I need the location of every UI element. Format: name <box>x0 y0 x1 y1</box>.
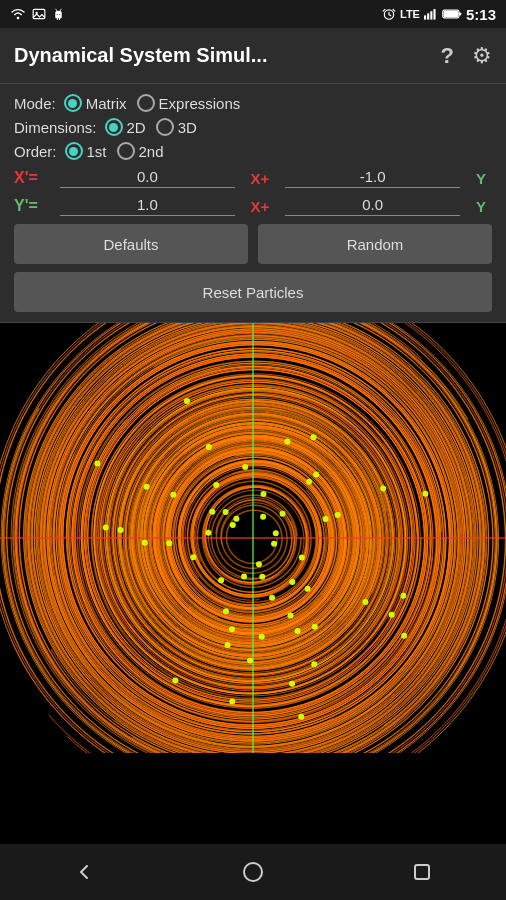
x-coeff1-underline <box>60 187 235 188</box>
signal-icon <box>424 7 438 21</box>
y-coeff2-wrapper[interactable]: 0.0 <box>275 196 470 216</box>
back-button[interactable] <box>54 852 114 892</box>
order-1st-radio[interactable] <box>65 142 83 160</box>
dimensions-2d-label: 2D <box>127 119 146 136</box>
svg-rect-12 <box>444 11 459 17</box>
app-title: Dynamical System Simul... <box>14 44 423 67</box>
order-1st-label: 1st <box>87 143 107 160</box>
simulation-canvas-area[interactable] <box>0 323 506 753</box>
x-varsign2: Y <box>476 170 486 187</box>
wifi-icon <box>10 7 26 21</box>
y-varsign2: Y <box>476 198 486 215</box>
help-button[interactable]: ? <box>441 43 454 69</box>
mode-matrix-radio[interactable] <box>64 94 82 112</box>
mode-expressions-radio[interactable] <box>137 94 155 112</box>
main-buttons: Defaults Random <box>14 224 492 264</box>
svg-rect-9 <box>433 9 435 20</box>
dimensions-3d-label: 3D <box>178 119 197 136</box>
y-coeff2-underline <box>285 215 460 216</box>
settings-button[interactable]: ⚙ <box>472 43 492 69</box>
status-time: 5:13 <box>466 6 496 23</box>
dimensions-2d-option[interactable]: 2D <box>105 118 146 136</box>
svg-point-13 <box>244 863 262 881</box>
recents-button[interactable] <box>392 852 452 892</box>
android-icon <box>52 7 65 21</box>
y-varsign1: X+ <box>251 198 270 215</box>
svg-point-4 <box>59 14 60 15</box>
order-1st-option[interactable]: 1st <box>65 142 107 160</box>
random-button[interactable]: Random <box>258 224 492 264</box>
mode-expressions-label: Expressions <box>159 95 241 112</box>
status-left-icons <box>10 7 65 21</box>
dimensions-row: Dimensions: 2D 3D <box>14 118 492 136</box>
x-coeff2-value: -1.0 <box>275 168 470 185</box>
x-input-group: 0.0 X+ -1.0 Y <box>50 168 492 188</box>
matrix-section: X'= 0.0 X+ -1.0 Y Y'= 1.0 <box>14 168 492 216</box>
app-bar: Dynamical System Simul... ? ⚙ <box>0 28 506 84</box>
mode-expressions-option[interactable]: Expressions <box>137 94 241 112</box>
dimensions-3d-option[interactable]: 3D <box>156 118 197 136</box>
dimensions-3d-radio[interactable] <box>156 118 174 136</box>
x-coeff1-value: 0.0 <box>50 168 245 185</box>
mode-matrix-option[interactable]: Matrix <box>64 94 127 112</box>
control-panel: Mode: Matrix Expressions Dimensions: 2D <box>0 84 506 323</box>
y-coeff1-wrapper[interactable]: 1.0 <box>50 196 245 216</box>
dimensions-label: Dimensions: <box>14 119 97 136</box>
svg-rect-7 <box>427 13 429 19</box>
x-coeff2-wrapper[interactable]: -1.0 <box>275 168 470 188</box>
order-2nd-label: 2nd <box>139 143 164 160</box>
alarm-icon <box>382 7 396 21</box>
svg-rect-11 <box>459 12 461 15</box>
lte-indicator: LTE <box>400 8 420 20</box>
svg-rect-6 <box>424 15 426 19</box>
mode-matrix-dot <box>68 99 77 108</box>
order-radio-group: 1st 2nd <box>65 142 164 160</box>
x-coeff2-underline <box>285 187 460 188</box>
battery-icon <box>442 8 462 20</box>
dimensions-2d-radio[interactable] <box>105 118 123 136</box>
order-label: Order: <box>14 143 57 160</box>
defaults-button[interactable]: Defaults <box>14 224 248 264</box>
y-prime-label: Y'= <box>14 197 50 215</box>
order-2nd-radio[interactable] <box>117 142 135 160</box>
y-input-group: 1.0 X+ 0.0 Y <box>50 196 492 216</box>
order-row: Order: 1st 2nd <box>14 142 492 160</box>
svg-point-3 <box>57 14 58 15</box>
simulation-canvas[interactable] <box>0 323 506 753</box>
x-varsign1: X+ <box>251 170 270 187</box>
dimensions-radio-group: 2D 3D <box>105 118 197 136</box>
status-bar: LTE 5:13 <box>0 0 506 28</box>
matrix-row-y: Y'= 1.0 X+ 0.0 Y <box>14 196 492 216</box>
matrix-row-x: X'= 0.0 X+ -1.0 Y <box>14 168 492 188</box>
svg-point-0 <box>17 17 20 20</box>
y-coeff2-value: 0.0 <box>275 196 470 213</box>
mode-label: Mode: <box>14 95 56 112</box>
mode-matrix-label: Matrix <box>86 95 127 112</box>
mode-row: Mode: Matrix Expressions <box>14 94 492 112</box>
svg-rect-1 <box>33 9 45 18</box>
y-coeff1-value: 1.0 <box>50 196 245 213</box>
mode-radio-group: Matrix Expressions <box>64 94 241 112</box>
dimensions-2d-dot <box>109 123 118 132</box>
reset-row: Reset Particles <box>14 272 492 312</box>
x-prime-label: X'= <box>14 169 50 187</box>
x-coeff1-wrapper[interactable]: 0.0 <box>50 168 245 188</box>
nav-bar <box>0 844 506 900</box>
svg-rect-8 <box>430 11 432 19</box>
y-coeff1-underline <box>60 215 235 216</box>
reset-particles-button[interactable]: Reset Particles <box>14 272 492 312</box>
media-icon <box>32 7 46 21</box>
status-right-icons: LTE 5:13 <box>382 6 496 23</box>
order-1st-dot <box>69 147 78 156</box>
home-button[interactable] <box>223 852 283 892</box>
svg-rect-14 <box>415 865 429 879</box>
order-2nd-option[interactable]: 2nd <box>117 142 164 160</box>
